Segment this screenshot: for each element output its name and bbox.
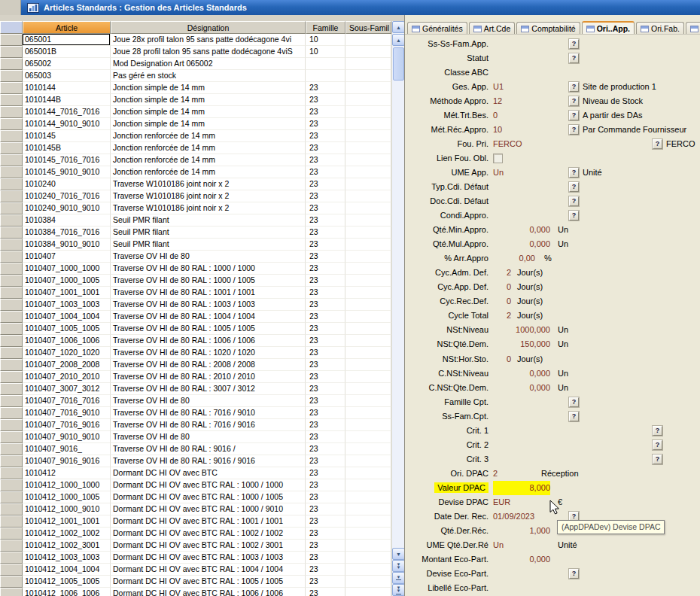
cell-famille[interactable]: 23 (306, 94, 345, 106)
row-selector[interactable] (0, 178, 23, 190)
row-selector[interactable] (0, 106, 23, 118)
cell-article[interactable]: 1010144 (23, 82, 111, 94)
cell-sous-famille[interactable] (345, 275, 391, 287)
cell-designation[interactable]: Traverse OV HI de 80 RAL : 1003 / 1003 (111, 299, 306, 311)
row-selector[interactable] (0, 190, 23, 202)
cell-designation[interactable]: Seuil PMR filant (111, 239, 306, 251)
row-selector[interactable] (0, 154, 23, 166)
cell-famille[interactable]: 23 (306, 528, 345, 540)
column-header-article[interactable]: Article (23, 21, 111, 34)
row-selector[interactable] (0, 528, 23, 540)
cell-article[interactable]: 1010407_1006_1006 (23, 335, 111, 347)
field-value[interactable]: EUR (493, 495, 510, 509)
cell-famille[interactable]: 10 (306, 34, 345, 46)
cell-article[interactable]: 1010407_9010_9010 (23, 431, 111, 443)
table-row[interactable]: 1010412_1001_1001Dormant DC HI OV avec B… (0, 515, 391, 528)
table-row[interactable]: 065001Joue 28x profil talon 95 sans patt… (0, 34, 391, 46)
cell-sous-famille[interactable] (345, 239, 391, 251)
row-selector[interactable] (0, 455, 23, 467)
row-selector[interactable] (0, 130, 23, 142)
row-selector[interactable] (0, 467, 23, 479)
cell-famille[interactable] (306, 70, 345, 82)
cell-sous-famille[interactable] (345, 178, 391, 190)
tab-ori-s[interactable]: Ori.S (686, 22, 700, 35)
cell-designation[interactable]: Dormant DC HI OV avec BTC (111, 467, 306, 479)
row-selector[interactable] (0, 479, 23, 491)
field-value[interactable]: 01/09/2023 (493, 509, 534, 524)
cell-sous-famille[interactable] (345, 479, 391, 491)
row-selector[interactable] (0, 407, 23, 419)
help-lookup-button[interactable]: ? (569, 96, 579, 106)
cell-article[interactable]: 1010412_1002_1002 (23, 528, 111, 540)
cell-designation[interactable]: Pas géré en stock (111, 70, 306, 82)
cell-article[interactable]: 1010412_1006_1006 (23, 588, 111, 596)
cell-famille[interactable]: 23 (306, 190, 345, 202)
cell-sous-famille[interactable] (345, 395, 391, 407)
field-value[interactable]: 1000,000 (493, 323, 550, 337)
help-lookup-button[interactable]: ? (569, 569, 579, 579)
cell-designation[interactable]: Traverse OV HI de 80 RAL : 1000 / 1005 (111, 275, 306, 287)
table-row[interactable]: 1010145_7016_7016Jonction renforcée de 1… (0, 154, 391, 166)
table-row[interactable]: 1010407_2008_2008Traverse OV HI de 80 RA… (0, 359, 391, 371)
cell-article[interactable]: 1010412_1004_1004 (23, 564, 111, 576)
cell-famille[interactable]: 23 (306, 515, 345, 528)
cell-article[interactable]: 065001 (23, 34, 111, 46)
cell-designation[interactable]: Traverse OV HI de 80 RAL : 7016 / 9016 (111, 419, 306, 431)
cell-famille[interactable]: 23 (306, 227, 345, 239)
help-lookup-button[interactable]: ? (569, 111, 579, 120)
row-selector[interactable] (0, 564, 23, 576)
cell-article[interactable]: 1010407_1000_1005 (23, 275, 111, 287)
table-row[interactable]: 1010384_9010_9010Seuil PMR filant23 (0, 239, 391, 251)
cell-sous-famille[interactable] (345, 323, 391, 335)
cell-designation[interactable]: Jonction simple de 14 mm (111, 94, 306, 106)
cell-sous-famille[interactable] (345, 227, 391, 239)
help-lookup-button[interactable]: ? (569, 39, 579, 49)
table-row[interactable]: 1010407_9016_Traverse OV HI de 80 RAL : … (0, 443, 391, 455)
cell-article[interactable]: 1010407_9016_ (23, 443, 111, 455)
row-selector[interactable] (0, 227, 23, 239)
cell-article[interactable]: 1010407 (23, 251, 111, 263)
cell-sous-famille[interactable] (345, 46, 391, 58)
field-value[interactable]: 8,000 (493, 481, 550, 495)
table-row[interactable]: 1010240Traverse W1010186 joint noir x 22… (0, 178, 391, 190)
table-row[interactable]: 065003Pas géré en stock (0, 70, 391, 82)
cell-famille[interactable]: 23 (306, 178, 345, 190)
cell-famille[interactable]: 23 (306, 118, 345, 130)
cell-famille[interactable]: 23 (306, 154, 345, 166)
cell-famille[interactable]: 23 (306, 82, 345, 94)
table-row[interactable]: 1010407_1020_1020Traverse OV HI de 80 RA… (0, 347, 391, 359)
cell-article[interactable]: 1010412_1000_9010 (23, 503, 111, 515)
cell-designation[interactable]: Traverse OV HI de 80 RAL : 1006 / 1006 (111, 335, 306, 347)
cell-article[interactable]: 1010144_9010_9010 (23, 118, 111, 130)
cell-designation[interactable]: Traverse OV HI de 80 RAL : 9016 / (111, 443, 306, 455)
cell-famille[interactable]: 23 (306, 431, 345, 443)
cell-sous-famille[interactable] (345, 190, 391, 202)
field-value[interactable]: 0,000 (493, 552, 550, 567)
cell-article[interactable]: 1010412 (23, 467, 111, 479)
scroll-first-button[interactable]: ▲ (392, 21, 405, 33)
scroll-end-button[interactable]: ▼ (392, 572, 405, 584)
cell-famille[interactable]: 23 (306, 588, 345, 596)
cell-designation[interactable]: Dormant DC HI OV avec BTC RAL : 1002 / 3… (111, 540, 306, 552)
row-selector[interactable] (0, 371, 23, 383)
cell-article[interactable]: 1010145 (23, 130, 111, 142)
row-selector[interactable] (0, 419, 23, 431)
table-row[interactable]: 1010384_7016_7016Seuil PMR filant23 (0, 227, 391, 239)
table-row[interactable]: 1010144Jonction simple de 14 mm23 (0, 82, 391, 94)
cell-famille[interactable]: 23 (306, 564, 345, 576)
cell-famille[interactable]: 23 (306, 552, 345, 564)
row-selector[interactable] (0, 118, 23, 130)
cell-sous-famille[interactable] (345, 552, 391, 564)
cell-famille[interactable]: 23 (306, 166, 345, 178)
table-row[interactable]: 1010407_9010_9010Traverse OV HI de 8023 (0, 431, 391, 443)
table-row[interactable]: 065001BJoue 28 profil talon 95 sans patt… (0, 46, 391, 58)
cell-sous-famille[interactable] (345, 419, 391, 431)
cell-article[interactable]: 065003 (23, 70, 111, 82)
cell-sous-famille[interactable] (345, 251, 391, 263)
field-value[interactable]: 0,00 (493, 251, 535, 266)
row-selector[interactable] (0, 82, 23, 94)
cell-famille[interactable]: 23 (306, 467, 345, 479)
row-selector[interactable] (0, 383, 23, 395)
cell-famille[interactable]: 23 (306, 335, 345, 347)
field-value[interactable]: 2 (493, 309, 511, 323)
